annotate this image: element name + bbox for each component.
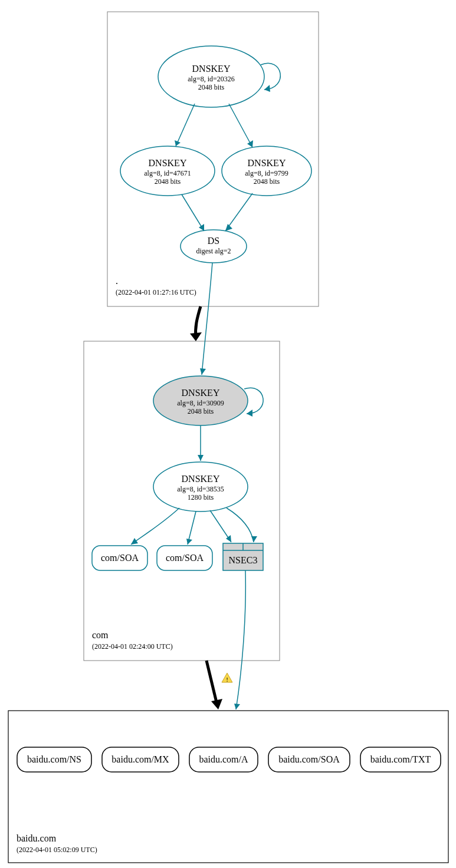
svg-marker-42 xyxy=(186,539,192,544)
svg-marker-19 xyxy=(199,224,204,231)
svg-point-16 xyxy=(181,230,247,263)
svg-marker-27 xyxy=(247,410,252,417)
edge-zsk1-to-ds xyxy=(182,194,204,231)
svg-marker-32 xyxy=(198,455,204,461)
svg-text:DNSKEY: DNSKEY xyxy=(192,64,231,74)
svg-text:2048 bits: 2048 bits xyxy=(188,407,214,415)
dnssec-diagram: . (2022-04-01 01:27:16 UTC) DNSKEY alg=8… xyxy=(0,0,456,868)
svg-marker-20 xyxy=(225,224,232,231)
svg-text:1280 bits: 1280 bits xyxy=(188,493,214,501)
svg-text:alg=8, id=38535: alg=8, id=38535 xyxy=(177,485,224,493)
node-root-ksk: DNSKEY alg=8, id=20326 2048 bits xyxy=(158,46,264,107)
node-baidu-txt: baidu.com/TXT xyxy=(360,747,441,772)
svg-text:NSEC3: NSEC3 xyxy=(229,555,258,565)
svg-text:baidu.com/A: baidu.com/A xyxy=(199,754,248,764)
zone-root-label: . xyxy=(116,276,118,286)
svg-marker-41 xyxy=(131,538,138,544)
zone-com-label: com xyxy=(92,630,109,640)
svg-text:com/SOA: com/SOA xyxy=(166,553,204,563)
svg-marker-44 xyxy=(251,536,257,542)
zone-com-time: (2022-04-01 02:24:00 UTC) xyxy=(92,642,173,651)
edge-ksk-to-zsk1 xyxy=(176,104,195,146)
svg-text:DS: DS xyxy=(208,236,219,246)
node-com-zsk: DNSKEY alg=8, id=38535 1280 bits xyxy=(153,462,248,511)
zone-baidu-box xyxy=(8,711,448,863)
node-com-soa2: com/SOA xyxy=(157,546,212,570)
edge-nsec3-to-baidu xyxy=(236,570,245,709)
edge-com-to-baidu-deleg xyxy=(206,661,217,705)
svg-text:DNSKEY: DNSKEY xyxy=(149,158,187,168)
svg-text:DNSKEY: DNSKEY xyxy=(182,474,220,484)
svg-text:2048 bits: 2048 bits xyxy=(254,177,280,186)
edge-zsk2-to-ds xyxy=(225,193,252,231)
svg-text:baidu.com/NS: baidu.com/NS xyxy=(27,754,81,764)
svg-text:baidu.com/MX: baidu.com/MX xyxy=(111,754,169,764)
svg-marker-15 xyxy=(247,140,253,147)
zone-baidu-time: (2022-04-01 05:02:09 UTC) xyxy=(17,846,97,854)
node-baidu-ns: baidu.com/NS xyxy=(17,747,91,772)
svg-text:digest alg=2: digest alg=2 xyxy=(196,247,231,255)
svg-text:2048 bits: 2048 bits xyxy=(198,83,225,91)
svg-text:DNSKEY: DNSKEY xyxy=(248,158,286,168)
zone-baidu-label: baidu.com xyxy=(17,833,57,843)
node-baidu-soa: baidu.com/SOA xyxy=(268,747,350,772)
node-com-ksk: DNSKEY alg=8, id=30909 2048 bits xyxy=(153,376,248,425)
edge-ds-to-com-ksk xyxy=(202,263,212,375)
node-baidu-a: baidu.com/A xyxy=(189,747,258,772)
node-root-ds: DS digest alg=2 xyxy=(181,230,247,263)
svg-marker-21 xyxy=(190,332,202,341)
edge-ksk-to-zsk2 xyxy=(229,104,252,147)
svg-text:baidu.com/SOA: baidu.com/SOA xyxy=(278,754,340,764)
svg-text:!: ! xyxy=(226,676,228,683)
zone-root-time: (2022-04-01 01:27:16 UTC) xyxy=(116,288,196,296)
warning-icon: ! xyxy=(222,673,232,683)
svg-text:alg=8, id=20326: alg=8, id=20326 xyxy=(188,75,235,83)
svg-marker-22 xyxy=(200,368,206,375)
svg-text:alg=8, id=30909: alg=8, id=30909 xyxy=(177,399,224,407)
svg-text:alg=8, id=47671: alg=8, id=47671 xyxy=(144,169,191,177)
node-com-soa1: com/SOA xyxy=(92,546,147,570)
node-root-zsk2: DNSKEY alg=8, id=9799 2048 bits xyxy=(222,146,311,196)
svg-text:baidu.com/TXT: baidu.com/TXT xyxy=(370,754,431,764)
svg-marker-45 xyxy=(211,699,222,709)
svg-marker-48 xyxy=(234,704,240,709)
svg-text:alg=8, id=9799: alg=8, id=9799 xyxy=(245,169,288,177)
svg-marker-5 xyxy=(264,85,270,92)
svg-text:DNSKEY: DNSKEY xyxy=(182,388,220,398)
svg-text:2048 bits: 2048 bits xyxy=(155,177,181,186)
svg-text:com/SOA: com/SOA xyxy=(101,553,139,563)
node-nsec3: NSEC3 xyxy=(223,543,263,570)
node-baidu-mx: baidu.com/MX xyxy=(102,747,179,772)
edge-com-zsk-soa1 xyxy=(131,508,179,544)
node-root-zsk1: DNSKEY alg=8, id=47671 2048 bits xyxy=(120,146,215,196)
